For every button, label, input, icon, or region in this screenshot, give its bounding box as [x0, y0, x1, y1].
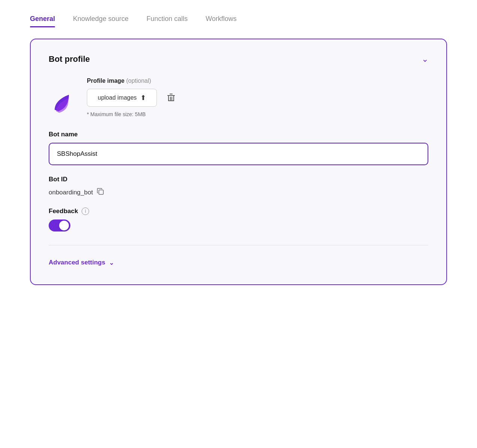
advanced-settings-toggle[interactable]: Advanced settings ⌄: [49, 259, 428, 266]
profile-image-controls: Profile image (optional) upload images ⬆…: [87, 78, 179, 117]
section-header: Bot profile ⌄: [49, 54, 428, 64]
svg-rect-7: [99, 190, 103, 194]
section-title: Bot profile: [49, 54, 90, 64]
file-size-note: * Maximum file size: 5MB: [87, 111, 179, 117]
feedback-info-icon[interactable]: i: [82, 208, 89, 215]
feedback-toggle[interactable]: [49, 220, 70, 231]
feedback-row: Feedback i: [49, 208, 428, 215]
profile-image-row: Profile image (optional) upload images ⬆…: [49, 78, 428, 117]
advanced-settings-chevron-icon: ⌄: [109, 259, 114, 266]
feedback-field-group: Feedback i: [49, 208, 428, 231]
bot-name-input[interactable]: [49, 143, 428, 165]
bot-profile-card: Bot profile ⌄ Profile image (optional) u…: [30, 39, 447, 285]
delete-image-button[interactable]: [163, 90, 179, 106]
svg-rect-1: [170, 94, 173, 94]
feedback-toggle-container: [49, 220, 428, 231]
bot-id-value-row: onboarding_bot: [49, 188, 428, 197]
tab-workflows[interactable]: Workflows: [206, 15, 237, 27]
svg-rect-2: [168, 96, 169, 101]
collapse-chevron-icon[interactable]: ⌄: [422, 54, 428, 64]
avatar: [49, 90, 75, 116]
tab-knowledge-source[interactable]: Knowledge source: [73, 15, 128, 27]
svg-rect-5: [170, 97, 171, 100]
trash-icon: [167, 93, 175, 102]
copy-bot-id-icon[interactable]: [97, 188, 104, 197]
bot-id-field-group: Bot ID onboarding_bot: [49, 176, 428, 197]
upload-row: upload images ⬆︎: [87, 89, 179, 107]
advanced-settings-label: Advanced settings: [49, 259, 105, 266]
bot-id-label: Bot ID: [49, 176, 428, 183]
svg-rect-3: [173, 96, 174, 101]
upload-icon: ⬆︎: [140, 94, 146, 102]
bot-name-field-group: Bot name: [49, 131, 428, 165]
tabs-nav: General Knowledge source Function calls …: [30, 15, 447, 27]
bot-name-label: Bot name: [49, 131, 428, 138]
bot-id-text: onboarding_bot: [49, 189, 93, 196]
tab-general[interactable]: General: [30, 15, 55, 27]
feedback-label: Feedback: [49, 208, 78, 215]
svg-rect-4: [168, 100, 174, 101]
upload-button-label: upload images: [98, 94, 137, 101]
svg-rect-6: [171, 97, 172, 100]
toggle-slider: [49, 220, 70, 231]
svg-rect-0: [167, 95, 175, 96]
upload-images-button[interactable]: upload images ⬆︎: [87, 89, 157, 107]
profile-image-label: Profile image (optional): [87, 78, 179, 84]
tab-function-calls[interactable]: Function calls: [146, 15, 188, 27]
section-divider: [49, 245, 428, 245]
